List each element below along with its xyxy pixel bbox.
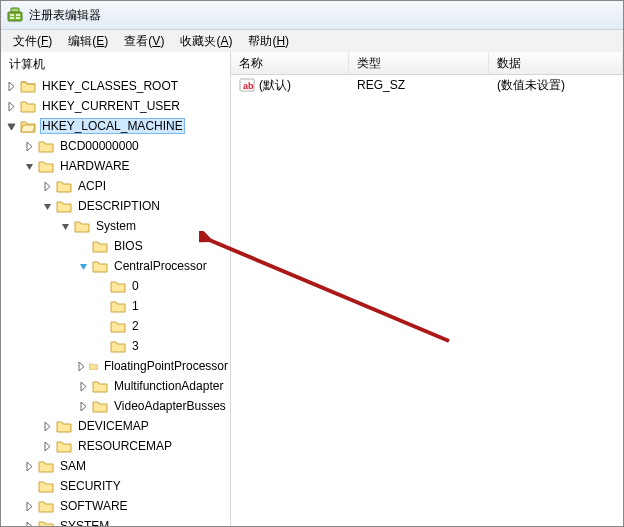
string-value-icon: ab (239, 77, 255, 93)
tree-item-system[interactable]: System (55, 216, 230, 236)
tree-item-resourcemap[interactable]: RESOURCEMAP (37, 436, 230, 456)
expander-icon[interactable] (5, 80, 17, 92)
expander-icon[interactable] (23, 460, 35, 472)
tree-item-centralprocessor[interactable]: CentralProcessor (73, 256, 230, 276)
expander-icon[interactable] (41, 420, 53, 432)
folder-icon (110, 279, 126, 293)
folder-icon (110, 299, 126, 313)
tree-pane: 计算机 HKEY_CLASSES_ROOT HKEY_CURRENT_USER (1, 52, 231, 526)
folder-icon (38, 459, 54, 473)
value-name: (默认) (259, 77, 291, 94)
menu-favorites[interactable]: 收藏夹(A) (172, 31, 240, 52)
tree-item-hkcr[interactable]: HKEY_CLASSES_ROOT (1, 76, 230, 96)
svg-rect-4 (16, 17, 20, 19)
tree-item-acpi[interactable]: ACPI (37, 176, 230, 196)
expander-icon[interactable] (41, 440, 53, 452)
menu-help[interactable]: 帮助(H) (240, 31, 297, 52)
folder-icon (92, 239, 108, 253)
expander-icon[interactable] (77, 380, 89, 392)
folder-open-icon (20, 119, 36, 133)
tree-item-hardware[interactable]: HARDWARE (19, 156, 230, 176)
menu-edit[interactable]: 编辑(E) (60, 31, 116, 52)
expander-icon[interactable] (5, 100, 17, 112)
menu-view[interactable]: 查看(V) (116, 31, 172, 52)
tree-item-vab[interactable]: VideoAdapterBusses (73, 396, 230, 416)
folder-icon (110, 339, 126, 353)
expander-icon[interactable] (59, 220, 71, 232)
folder-icon (38, 479, 54, 493)
folder-icon (38, 499, 54, 513)
column-type[interactable]: 类型 (349, 52, 489, 74)
tree-item-description[interactable]: DESCRIPTION (37, 196, 230, 216)
tree-item-software[interactable]: SOFTWARE (19, 496, 230, 516)
tree-item-sam[interactable]: SAM (19, 456, 230, 476)
expander-icon[interactable] (23, 500, 35, 512)
folder-icon (20, 99, 36, 113)
value-row-default[interactable]: ab (默认) REG_SZ (数值未设置) (231, 75, 623, 95)
expander-icon[interactable] (77, 400, 89, 412)
folder-icon (56, 199, 72, 213)
tree-item-mfa[interactable]: MultifunctionAdapter (73, 376, 230, 396)
menubar: 文件(F) 编辑(E) 查看(V) 收藏夹(A) 帮助(H) (1, 30, 623, 53)
folder-icon (74, 219, 90, 233)
folder-icon (38, 159, 54, 173)
tree-item-cpu1[interactable]: 1 (91, 296, 230, 316)
folder-icon (56, 419, 72, 433)
column-name[interactable]: 名称 (231, 52, 349, 74)
tree-item-hkcu[interactable]: HKEY_CURRENT_USER (1, 96, 230, 116)
value-type: REG_SZ (349, 78, 489, 92)
svg-rect-3 (16, 14, 20, 16)
tree-item-cpu3[interactable]: 3 (91, 336, 230, 356)
menu-file[interactable]: 文件(F) (5, 31, 60, 52)
svg-rect-2 (10, 17, 14, 19)
tree-item-bios[interactable]: BIOS (73, 236, 230, 256)
tree-item-fpp[interactable]: FloatingPointProcessor (73, 356, 230, 376)
list-header: 名称 类型 数据 (231, 52, 623, 75)
expander-icon[interactable] (77, 360, 86, 372)
expander-icon[interactable] (41, 200, 53, 212)
expander-icon[interactable] (5, 120, 17, 132)
folder-icon (89, 359, 98, 373)
svg-rect-0 (8, 12, 22, 21)
tree-item-cpu0[interactable]: 0 (91, 276, 230, 296)
app-icon (7, 7, 23, 23)
svg-text:ab: ab (243, 81, 254, 91)
folder-icon (56, 179, 72, 193)
expander-icon[interactable] (23, 140, 35, 152)
folder-icon (20, 79, 36, 93)
expander-icon[interactable] (23, 520, 35, 526)
folder-icon (56, 439, 72, 453)
tree-item-cpu2[interactable]: 2 (91, 316, 230, 336)
tree-item-hklm[interactable]: HKEY_LOCAL_MACHINE (1, 116, 230, 136)
expander-icon[interactable] (23, 160, 35, 172)
folder-icon (92, 399, 108, 413)
value-list-pane: 名称 类型 数据 ab (默认) REG_SZ (数值未设置) (231, 52, 623, 526)
tree-item-security[interactable]: SECURITY (19, 476, 230, 496)
folder-icon (38, 139, 54, 153)
tree-item-selected: HKEY_LOCAL_MACHINE (40, 118, 185, 134)
column-data[interactable]: 数据 (489, 52, 623, 74)
tree-root-label[interactable]: 计算机 (1, 52, 230, 74)
window-title: 注册表编辑器 (29, 7, 101, 24)
expander-icon[interactable] (77, 260, 89, 272)
svg-rect-1 (10, 14, 14, 16)
tree-item-bcd[interactable]: BCD00000000 (19, 136, 230, 156)
folder-icon (92, 379, 108, 393)
folder-icon (38, 519, 54, 526)
folder-icon (92, 259, 108, 273)
expander-icon[interactable] (41, 180, 53, 192)
value-data: (数值未设置) (489, 77, 623, 94)
svg-rect-5 (11, 8, 19, 12)
registry-editor-window: 注册表编辑器 文件(F) 编辑(E) 查看(V) 收藏夹(A) 帮助(H) 计算… (0, 0, 624, 527)
folder-icon (110, 319, 126, 333)
titlebar: 注册表编辑器 (1, 1, 623, 30)
tree-item-systemkey[interactable]: SYSTEM (19, 516, 230, 526)
tree-item-devicemap[interactable]: DEVICEMAP (37, 416, 230, 436)
